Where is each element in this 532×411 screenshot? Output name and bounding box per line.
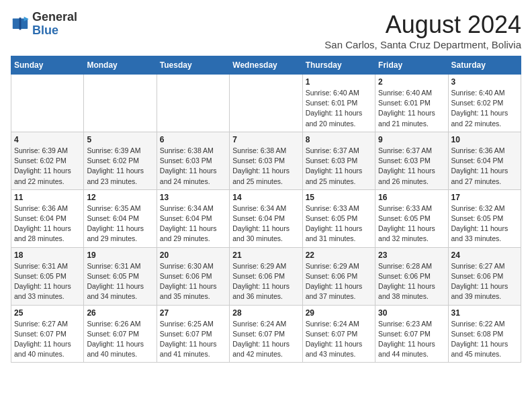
calendar-day-header: Wednesday <box>230 56 302 75</box>
day-info: Sunrise: 6:23 AMSunset: 6:07 PMDaylight:… <box>378 319 445 360</box>
day-info: Sunrise: 6:36 AMSunset: 6:04 PMDaylight:… <box>14 203 81 244</box>
day-info: Sunrise: 6:27 AMSunset: 6:07 PMDaylight:… <box>14 319 81 360</box>
calendar-week-row: 4Sunrise: 6:39 AMSunset: 6:02 PMDaylight… <box>11 132 521 189</box>
calendar-cell <box>84 75 157 132</box>
day-info: Sunrise: 6:24 AMSunset: 6:07 PMDaylight:… <box>232 319 299 360</box>
day-info: Sunrise: 6:37 AMSunset: 6:03 PMDaylight:… <box>378 146 445 187</box>
calendar-day-header: Friday <box>375 56 448 75</box>
day-info: Sunrise: 6:29 AMSunset: 6:06 PMDaylight:… <box>306 261 372 302</box>
calendar-cell: 13Sunrise: 6:34 AMSunset: 6:04 PMDayligh… <box>157 189 229 247</box>
calendar-cell: 6Sunrise: 6:38 AMSunset: 6:03 PMDaylight… <box>157 132 229 189</box>
day-number: 25 <box>14 308 81 318</box>
calendar-cell: 31Sunrise: 6:22 AMSunset: 6:08 PMDayligh… <box>448 305 521 363</box>
day-number: 15 <box>306 193 372 202</box>
day-info: Sunrise: 6:31 AMSunset: 6:05 PMDaylight:… <box>87 261 153 302</box>
calendar-week-row: 11Sunrise: 6:36 AMSunset: 6:04 PMDayligh… <box>11 189 521 247</box>
day-info: Sunrise: 6:28 AMSunset: 6:06 PMDaylight:… <box>378 261 445 302</box>
calendar-cell: 16Sunrise: 6:33 AMSunset: 6:05 PMDayligh… <box>375 189 448 247</box>
calendar-cell: 28Sunrise: 6:24 AMSunset: 6:07 PMDayligh… <box>230 305 302 363</box>
calendar-cell: 9Sunrise: 6:37 AMSunset: 6:03 PMDaylight… <box>375 132 448 189</box>
calendar-day-header: Tuesday <box>157 56 229 75</box>
day-info: Sunrise: 6:24 AMSunset: 6:07 PMDaylight:… <box>306 319 372 360</box>
day-number: 29 <box>306 308 372 318</box>
day-number: 3 <box>451 77 518 87</box>
calendar-cell: 3Sunrise: 6:40 AMSunset: 6:02 PMDaylight… <box>448 75 521 132</box>
calendar-cell: 10Sunrise: 6:36 AMSunset: 6:04 PMDayligh… <box>448 132 521 189</box>
day-number: 11 <box>14 193 81 202</box>
day-info: Sunrise: 6:36 AMSunset: 6:04 PMDaylight:… <box>451 146 518 187</box>
day-info: Sunrise: 6:40 AMSunset: 6:01 PMDaylight:… <box>378 88 445 129</box>
day-number: 5 <box>87 135 153 144</box>
logo: General Blue <box>11 11 77 38</box>
calendar-cell <box>157 75 229 132</box>
calendar-cell: 22Sunrise: 6:29 AMSunset: 6:06 PMDayligh… <box>302 247 375 305</box>
svg-rect-1 <box>13 18 20 28</box>
day-info: Sunrise: 6:32 AMSunset: 6:05 PMDaylight:… <box>451 203 518 244</box>
calendar-cell: 21Sunrise: 6:29 AMSunset: 6:06 PMDayligh… <box>230 247 302 305</box>
day-info: Sunrise: 6:39 AMSunset: 6:02 PMDaylight:… <box>87 146 153 187</box>
day-number: 2 <box>378 77 445 87</box>
day-number: 6 <box>160 135 226 144</box>
calendar-cell: 14Sunrise: 6:34 AMSunset: 6:04 PMDayligh… <box>230 189 302 247</box>
logo-text: General Blue <box>32 11 77 38</box>
calendar-cell: 20Sunrise: 6:30 AMSunset: 6:06 PMDayligh… <box>157 247 229 305</box>
day-info: Sunrise: 6:22 AMSunset: 6:08 PMDaylight:… <box>451 319 518 360</box>
calendar-cell <box>230 75 302 132</box>
page-header: General Blue August 2024 San Carlos, San… <box>11 11 521 50</box>
day-number: 26 <box>87 308 153 318</box>
calendar-day-header: Sunday <box>11 56 84 75</box>
day-info: Sunrise: 6:34 AMSunset: 6:04 PMDaylight:… <box>232 203 299 244</box>
calendar-cell: 1Sunrise: 6:40 AMSunset: 6:01 PMDaylight… <box>302 75 375 132</box>
calendar-cell: 29Sunrise: 6:24 AMSunset: 6:07 PMDayligh… <box>302 305 375 363</box>
logo-blue-text: Blue <box>32 24 58 37</box>
day-info: Sunrise: 6:33 AMSunset: 6:05 PMDaylight:… <box>378 203 445 244</box>
calendar-cell: 11Sunrise: 6:36 AMSunset: 6:04 PMDayligh… <box>11 189 84 247</box>
calendar-cell: 26Sunrise: 6:26 AMSunset: 6:07 PMDayligh… <box>84 305 157 363</box>
day-number: 31 <box>451 308 518 318</box>
calendar-cell: 23Sunrise: 6:28 AMSunset: 6:06 PMDayligh… <box>375 247 448 305</box>
calendar-cell <box>11 75 84 132</box>
calendar-cell: 27Sunrise: 6:25 AMSunset: 6:07 PMDayligh… <box>157 305 229 363</box>
title-block: August 2024 San Carlos, Santa Cruz Depar… <box>324 11 521 50</box>
day-number: 27 <box>160 308 226 318</box>
day-info: Sunrise: 6:30 AMSunset: 6:06 PMDaylight:… <box>160 261 226 302</box>
svg-rect-3 <box>19 17 21 30</box>
day-number: 9 <box>378 135 445 144</box>
calendar-header-row: SundayMondayTuesdayWednesdayThursdayFrid… <box>11 56 521 75</box>
calendar-cell: 30Sunrise: 6:23 AMSunset: 6:07 PMDayligh… <box>375 305 448 363</box>
month-year-title: August 2024 <box>324 11 521 39</box>
day-number: 24 <box>451 250 518 260</box>
svg-rect-2 <box>20 18 28 28</box>
day-number: 1 <box>306 77 372 87</box>
calendar-table: SundayMondayTuesdayWednesdayThursdayFrid… <box>11 56 521 363</box>
calendar-day-header: Saturday <box>448 56 521 75</box>
day-info: Sunrise: 6:35 AMSunset: 6:04 PMDaylight:… <box>87 203 153 244</box>
day-info: Sunrise: 6:25 AMSunset: 6:07 PMDaylight:… <box>160 319 226 360</box>
calendar-cell: 18Sunrise: 6:31 AMSunset: 6:05 PMDayligh… <box>11 247 84 305</box>
day-number: 16 <box>378 193 445 202</box>
location-subtitle: San Carlos, Santa Cruz Department, Boliv… <box>324 39 521 50</box>
day-number: 21 <box>232 250 299 260</box>
day-info: Sunrise: 6:27 AMSunset: 6:06 PMDaylight:… <box>451 261 518 302</box>
day-info: Sunrise: 6:34 AMSunset: 6:04 PMDaylight:… <box>160 203 226 244</box>
day-info: Sunrise: 6:40 AMSunset: 6:02 PMDaylight:… <box>451 88 518 129</box>
day-number: 30 <box>378 308 445 318</box>
day-info: Sunrise: 6:31 AMSunset: 6:05 PMDaylight:… <box>14 261 81 302</box>
calendar-cell: 17Sunrise: 6:32 AMSunset: 6:05 PMDayligh… <box>448 189 521 247</box>
calendar-cell: 15Sunrise: 6:33 AMSunset: 6:05 PMDayligh… <box>302 189 375 247</box>
day-number: 12 <box>87 193 153 202</box>
day-info: Sunrise: 6:39 AMSunset: 6:02 PMDaylight:… <box>14 146 81 187</box>
calendar-cell: 24Sunrise: 6:27 AMSunset: 6:06 PMDayligh… <box>448 247 521 305</box>
calendar-cell: 5Sunrise: 6:39 AMSunset: 6:02 PMDaylight… <box>84 132 157 189</box>
day-number: 14 <box>232 193 299 202</box>
calendar-cell: 25Sunrise: 6:27 AMSunset: 6:07 PMDayligh… <box>11 305 84 363</box>
calendar-cell: 7Sunrise: 6:38 AMSunset: 6:03 PMDaylight… <box>230 132 302 189</box>
day-info: Sunrise: 6:37 AMSunset: 6:03 PMDaylight:… <box>306 146 372 187</box>
day-number: 28 <box>232 308 299 318</box>
calendar-week-row: 18Sunrise: 6:31 AMSunset: 6:05 PMDayligh… <box>11 247 521 305</box>
day-number: 17 <box>451 193 518 202</box>
day-number: 8 <box>306 135 372 144</box>
day-info: Sunrise: 6:38 AMSunset: 6:03 PMDaylight:… <box>232 146 299 187</box>
day-number: 4 <box>14 135 81 144</box>
day-number: 10 <box>451 135 518 144</box>
